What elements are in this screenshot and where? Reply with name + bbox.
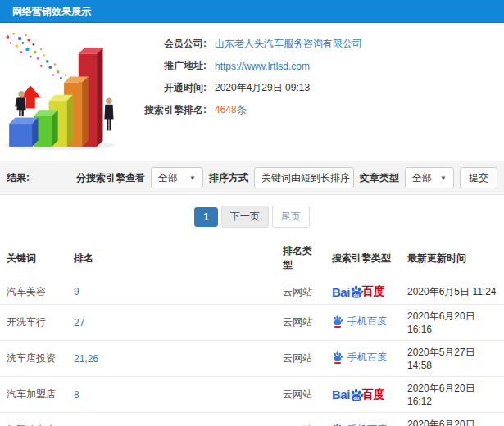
updated-cell: 2020年6月20日 16:12	[401, 377, 504, 413]
baidu-mobile-logo: 手机百度	[332, 351, 387, 365]
table-row: 加盟洗车店 25,28,28 云网站 Baidu百度 手机百度 2020年6月2…	[0, 413, 504, 426]
keyword-cell: 汽车美容	[0, 279, 67, 305]
rank-link[interactable]: 21,26	[74, 353, 98, 365]
baidu-pc-logo: Baidu百度	[332, 387, 385, 402]
info-row-company: 会员公司: 山东老人头汽车服务咨询有限公司	[141, 33, 504, 55]
rank-cell: 25,28,28	[67, 413, 276, 426]
article-type-label: 文章类型	[360, 171, 399, 185]
table-row: 洗车店投资 21,26 云网站 Baidu百度 手机百度 2020年5月27日 …	[0, 341, 504, 377]
page-button-current[interactable]: 1	[194, 207, 218, 227]
rank-link[interactable]: 27	[74, 317, 84, 329]
updated-cell: 2020年6月20日 16:11	[401, 413, 504, 426]
baidu-cn-text: 百度	[362, 284, 385, 299]
keyword-cell: 加盟洗车店	[0, 413, 67, 426]
account-info: 会员公司: 山东老人头汽车服务咨询有限公司 推广地址: https://www.…	[141, 28, 504, 157]
engine-filter-select[interactable]: 全部 ▼	[151, 167, 203, 188]
filter-bar: 结果: 分搜索引擎查看 全部 ▼ 排序方式 关键词由短到长排序 ▼ 文章类型 全…	[0, 161, 504, 195]
rank-count-label: 搜索引擎排名:	[141, 103, 207, 117]
engine-cell: Baidu百度 手机百度	[325, 305, 401, 341]
baidu-paw-icon	[332, 315, 343, 326]
header-engine-type: 搜索引擎类型	[325, 238, 401, 279]
svg-text:du: du	[353, 395, 360, 400]
engine-cell: Baidu百度 手机百度	[325, 413, 401, 426]
keyword-cell: 洗车店投资	[0, 341, 67, 377]
promo-url-label: 推广地址:	[141, 59, 207, 73]
company-label: 会员公司:	[141, 37, 207, 51]
rank-type-cell: 云网站	[276, 341, 325, 377]
businessman-icon	[15, 91, 25, 116]
keyword-cell: 开洗车行	[0, 305, 67, 341]
rank-type-cell: 云网站	[276, 279, 325, 305]
rank-count-value: 4648	[215, 104, 237, 116]
search-engine-logo: Baidu百度 手机百度	[332, 284, 385, 299]
last-page-button[interactable]: 尾页	[272, 206, 310, 228]
baidu-mobile-label: 手机百度	[347, 423, 387, 426]
chevron-down-icon: ▼	[440, 174, 447, 182]
updated-cell: 2020年6月5日 11:24	[401, 279, 504, 305]
header-keyword: 关键词	[0, 238, 67, 279]
engine-filter-label: 分搜索引擎查看	[76, 171, 145, 185]
rank-type-cell: 云网站	[276, 305, 325, 341]
rank-link[interactable]: 9	[74, 286, 79, 297]
table-row: 汽车美容 9 云网站 Baidu百度 手机百度 2020年6月5日 11:24	[0, 279, 504, 305]
rank-count-unit: 条	[237, 104, 247, 116]
next-page-button[interactable]: 下一页	[221, 206, 269, 228]
header-rank-type: 排名类型	[276, 238, 325, 279]
baidu-pc-logo: Baidu百度	[332, 284, 385, 299]
info-row-rank-count: 搜索引擎排名: 4648条	[141, 99, 504, 121]
rank-type-cell: 云网站	[276, 413, 325, 426]
baidu-mobile-logo: 手机百度	[332, 315, 387, 329]
header-rank: 排名	[67, 238, 276, 279]
search-engine-logo: Baidu百度 手机百度	[332, 351, 387, 365]
search-engine-logo: Baidu百度 手机百度	[332, 387, 385, 402]
rank-cell: 21,26	[67, 341, 276, 377]
baidu-cn-text: 百度	[362, 387, 385, 402]
baidu-red-bar	[334, 362, 341, 364]
page-title: 网络营销效果展示	[0, 0, 504, 23]
keyword-cell: 汽车加盟店	[0, 377, 67, 413]
results-table-body: 汽车美容 9 云网站 Baidu百度 手机百度 2020年6月5日 11:24 …	[0, 279, 504, 426]
bar-chart-growth-image	[0, 28, 141, 156]
info-row-open-time: 开通时间: 2020年4月29日 09:13	[141, 77, 504, 99]
search-engine-logo: Baidu百度 手机百度	[332, 423, 387, 426]
rank-cell: 9	[67, 279, 276, 305]
rank-type-cell: 云网站	[276, 377, 325, 413]
engine-cell: Baidu百度 手机百度	[325, 341, 401, 377]
rank-link[interactable]: 8	[74, 389, 79, 401]
updated-cell: 2020年5月27日 14:58	[401, 341, 504, 377]
table-row: 汽车加盟店 8 云网站 Baidu百度 手机百度 2020年6月20日 16:1…	[0, 377, 504, 413]
info-row-url: 推广地址: https://www.lrtlsd.com	[141, 55, 504, 77]
chevron-down-icon: ▼	[189, 174, 196, 182]
sort-filter-select[interactable]: 关键词由短到长排序 ▼	[254, 167, 354, 188]
search-engine-logo: Baidu百度 手机百度	[332, 315, 387, 329]
open-time-value: 2020年4月29日 09:13	[215, 81, 310, 95]
marketing-bar-chart-illustration	[0, 28, 141, 156]
baidu-bai-text: Bai	[332, 285, 350, 299]
summary-section: 会员公司: 山东老人头汽车服务咨询有限公司 推广地址: https://www.…	[0, 23, 504, 157]
businessman-icon	[104, 97, 113, 130]
company-link[interactable]: 山东老人头汽车服务咨询有限公司	[215, 37, 362, 51]
results-table: 关键词 排名 排名类型 搜索引擎类型 最新更新时间 汽车美容 9 云网站 Bai…	[0, 238, 504, 426]
updated-cell: 2020年6月20日 16:16	[401, 305, 504, 341]
engine-cell: Baidu百度 手机百度	[325, 377, 401, 413]
promo-url-link[interactable]: https://www.lrtlsd.com	[215, 61, 310, 72]
result-label: 结果:	[7, 171, 30, 185]
pagination: 1 下一页 尾页	[0, 195, 504, 238]
article-type-select[interactable]: 全部 ▼	[405, 167, 454, 188]
baidu-paw-icon	[332, 423, 343, 426]
rank-cell: 8	[67, 377, 276, 413]
header-updated: 最新更新时间	[401, 238, 504, 279]
baidu-mobile-logo: 手机百度	[332, 423, 387, 426]
baidu-mobile-label: 手机百度	[347, 315, 387, 329]
engine-cell: Baidu百度 手机百度	[325, 279, 401, 305]
baidu-mobile-label: 手机百度	[347, 351, 387, 365]
open-time-label: 开通时间:	[141, 81, 207, 95]
svg-text:du: du	[353, 292, 360, 297]
submit-button[interactable]: 提交	[460, 167, 497, 188]
table-row: 开洗车行 27 云网站 Baidu百度 手机百度 2020年6月20日 16:1…	[0, 305, 504, 341]
table-header-row: 关键词 排名 排名类型 搜索引擎类型 最新更新时间	[0, 238, 504, 279]
baidu-red-bar	[334, 326, 341, 328]
bar-blue	[9, 118, 38, 147]
rank-cell: 27	[67, 305, 276, 341]
baidu-bai-text: Bai	[332, 387, 350, 401]
